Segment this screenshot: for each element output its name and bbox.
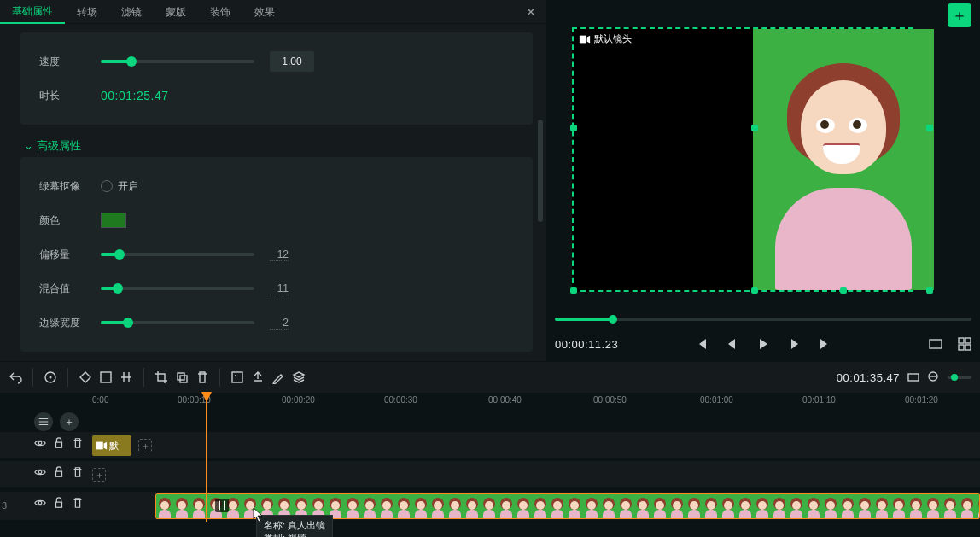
marker-button[interactable]	[44, 371, 57, 384]
add-track-button[interactable]: ＋	[60, 412, 79, 431]
eye-icon[interactable]	[34, 437, 46, 449]
tab-mask[interactable]: 蒙版	[154, 1, 198, 23]
camera-label: 默认镜头	[579, 32, 632, 45]
edge-label: 边缘宽度	[39, 316, 85, 330]
svg-rect-11	[232, 372, 242, 382]
resize-handle[interactable]	[926, 125, 933, 131]
lock-icon[interactable]	[53, 497, 65, 509]
svg-point-15	[38, 441, 42, 445]
play-button[interactable]	[756, 337, 770, 351]
camera-icon	[96, 440, 108, 452]
eye-icon[interactable]	[34, 466, 46, 478]
duration-value: 00:01:25.47	[101, 89, 168, 102]
eye-icon[interactable]	[34, 497, 46, 509]
blend-slider[interactable]	[101, 287, 254, 290]
duration-label: 时长	[39, 89, 85, 103]
tab-basic[interactable]: 基础属性	[0, 0, 65, 24]
resize-handle[interactable]	[570, 125, 577, 131]
tab-decorate[interactable]: 装饰	[198, 1, 242, 23]
chroma-box: 绿幕抠像 开启 颜色 偏移量 12 混合值 1	[20, 157, 533, 352]
svg-point-7	[50, 376, 52, 379]
ruler-tick: 00:00:50	[593, 395, 627, 405]
chroma-label: 绿幕抠像	[39, 179, 85, 194]
keyframe-button[interactable]	[79, 371, 92, 384]
ruler-tick: 0:00	[92, 395, 108, 405]
snapshot-button[interactable]	[929, 337, 942, 351]
timeline-ruler[interactable]: 0:00 00:00:10 00:00:20 00:00:30 00:00:40…	[0, 394, 980, 411]
advanced-section-header[interactable]: ⌄高级属性	[20, 133, 533, 157]
copy-button[interactable]	[175, 371, 189, 384]
svg-rect-5	[965, 345, 971, 350]
resize-handle[interactable]	[751, 287, 758, 294]
track-row-1: 默 ＋	[0, 432, 980, 459]
fit-button[interactable]	[907, 371, 920, 384]
preview-canvas[interactable]: 默认镜头	[572, 27, 913, 292]
speed-slider[interactable]	[101, 60, 254, 63]
prev-clip-button[interactable]	[695, 337, 709, 351]
lock-icon[interactable]	[53, 437, 65, 449]
chroma-enable-radio[interactable]: 开启	[101, 179, 138, 194]
resize-handle[interactable]	[840, 287, 847, 294]
close-icon[interactable]: ✕	[521, 5, 541, 19]
track-options-button[interactable]	[34, 412, 53, 431]
next-clip-button[interactable]	[818, 337, 831, 351]
resize-handle[interactable]	[751, 125, 758, 131]
edge-value[interactable]: 2	[270, 317, 289, 330]
add-keyframe-button[interactable]: ＋	[138, 439, 152, 452]
cursor-icon	[253, 507, 265, 522]
export-button[interactable]	[251, 371, 265, 384]
edge-slider[interactable]	[101, 321, 254, 324]
preview-progress[interactable]	[555, 318, 971, 321]
svg-point-18	[38, 470, 42, 474]
speed-input[interactable]	[270, 51, 314, 72]
image-button[interactable]	[230, 371, 244, 384]
select-button[interactable]	[99, 371, 113, 384]
lock-icon[interactable]	[53, 466, 65, 478]
ruler-tick: 00:01:20	[905, 395, 938, 405]
offset-value[interactable]: 12	[270, 248, 289, 261]
preview-current-time: 00:00:11.23	[555, 338, 618, 351]
color-label: 颜色	[39, 213, 85, 228]
trash-icon[interactable]	[72, 466, 84, 478]
color-swatch[interactable]	[101, 213, 126, 228]
zoom-slider[interactable]	[948, 376, 971, 379]
trash-icon[interactable]	[72, 497, 84, 509]
undo-button[interactable]	[9, 371, 22, 384]
panel-scrollbar[interactable]	[538, 120, 543, 222]
svg-rect-9	[178, 373, 184, 380]
layers-button[interactable]	[292, 371, 306, 384]
add-media-button[interactable]: ＋	[948, 3, 971, 27]
camera-icon	[579, 33, 591, 45]
svg-rect-2	[959, 338, 964, 343]
edit-button[interactable]	[271, 371, 285, 384]
trash-icon[interactable]	[72, 437, 84, 449]
offset-slider[interactable]	[101, 253, 254, 256]
resize-handle[interactable]	[570, 287, 577, 294]
crop-button[interactable]	[155, 371, 168, 384]
delete-button[interactable]	[195, 371, 209, 384]
next-frame-button[interactable]	[787, 337, 801, 351]
clip-split-icon[interactable]	[215, 499, 229, 512]
clip-tooltip: 名称: 真人出镜 类型: 视频	[256, 515, 333, 537]
split-button[interactable]	[120, 371, 133, 384]
tab-effect[interactable]: 效果	[242, 1, 287, 23]
playhead[interactable]	[206, 394, 207, 522]
resize-handle[interactable]	[926, 287, 933, 294]
tab-transition[interactable]: 转场	[65, 1, 109, 23]
track-index: 3	[2, 500, 7, 511]
ruler-tick: 00:00:30	[384, 395, 417, 405]
clip-camera[interactable]: 默	[92, 435, 131, 456]
prev-frame-button[interactable]	[726, 337, 739, 351]
properties-panel: 基础属性 转场 滤镜 蒙版 装饰 效果 ✕ 速度 时长 00:01:25.47 …	[0, 0, 546, 361]
svg-rect-3	[965, 338, 971, 343]
timeline-toolbar: 00:01:35.47	[0, 361, 980, 394]
tab-filter[interactable]: 滤镜	[109, 1, 154, 23]
blend-value[interactable]: 11	[270, 283, 289, 295]
svg-rect-19	[56, 471, 62, 476]
grid-button[interactable]	[958, 337, 971, 351]
svg-rect-4	[959, 345, 964, 350]
avatar-image	[753, 29, 934, 290]
ruler-tick: 00:00:20	[282, 395, 315, 405]
add-keyframe-button[interactable]: ＋	[92, 468, 106, 482]
zoom-out-button[interactable]	[927, 371, 941, 384]
